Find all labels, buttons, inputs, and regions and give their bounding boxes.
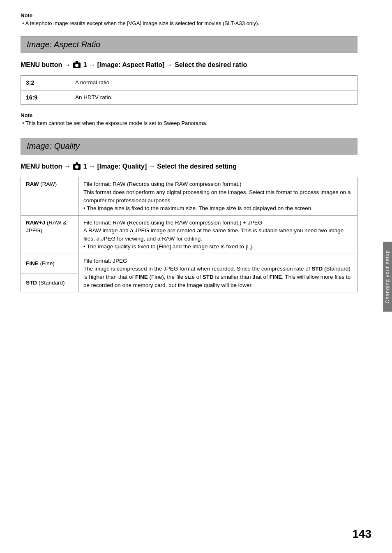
subsection-heading-quality: MENU button → 1 → [Image: Quality] → Sel…	[21, 162, 357, 171]
ratio-32-value: A normal ratio.	[70, 76, 357, 90]
aspect-ratio-table: 3:2 A normal ratio. 16:9 An HDTV ratio.	[21, 75, 357, 105]
table-row: 3:2 A normal ratio.	[21, 76, 357, 90]
quality-menu-path-label: MENU button →	[21, 163, 72, 170]
fine-std-shared-value: File format: JPEG The image is compresse…	[78, 254, 357, 292]
fine-key: FINE (Fine)	[21, 254, 78, 273]
menu-path-label: MENU button →	[21, 61, 72, 68]
section-header-aspect-ratio: Image: Aspect Ratio	[21, 36, 357, 53]
rawj-bold: RAW+J	[26, 220, 45, 226]
table-row: FINE (Fine) File format: JPEG The image …	[21, 254, 357, 273]
quality-table: RAW (RAW) File format: RAW (Records usin…	[21, 177, 357, 292]
fine-bold-inline: FINE	[135, 274, 148, 280]
top-note-section: Note • A telephoto image results except …	[21, 12, 357, 26]
subsection-heading-aspect-ratio: MENU button → 1 → [Image: Aspect Ratio] …	[21, 60, 357, 69]
menu-path-2-label: 1 → [Image: Aspect Ratio] → Select the d…	[81, 61, 247, 68]
rawj-key: RAW+J (RAW &JPEG)	[21, 215, 78, 254]
top-note-text: • A telephoto image results except when …	[21, 20, 357, 26]
table-row: RAW (RAW) File format: RAW (Records usin…	[21, 177, 357, 215]
std-key: STD (Standard)	[21, 273, 78, 292]
ratio-169-value: An HDTV ratio.	[70, 90, 357, 104]
table-row: 16:9 An HDTV ratio.	[21, 90, 357, 104]
section-image-quality: Image: Quality MENU button → 1 → [Image:…	[21, 138, 357, 292]
std-bold-inline2: STD	[203, 274, 214, 280]
top-note-label: Note	[21, 12, 357, 19]
fine-bold: FINE	[26, 260, 39, 266]
fine-bold-inline2: FINE	[269, 274, 282, 280]
raw-value: File format: RAW (Records using the RAW …	[78, 177, 357, 215]
camera-icon-2	[73, 164, 81, 170]
rawj-value: File format: RAW (Records using the RAW …	[78, 215, 357, 254]
std-bold-inline: STD	[311, 266, 323, 272]
std-bold: STD	[26, 280, 37, 286]
aspect-ratio-note-label: Note	[21, 112, 357, 118]
sidebar-tab: Changing your setup	[383, 242, 392, 312]
aspect-ratio-note-text: • This item cannot be set when the expos…	[21, 120, 357, 126]
ratio-169-key: 16:9	[21, 90, 70, 104]
fine-normal: (Fine)	[39, 260, 55, 266]
aspect-ratio-note: Note • This item cannot be set when the …	[21, 112, 357, 126]
table-row: RAW+J (RAW &JPEG) File format: RAW (Reco…	[21, 215, 357, 254]
raw-bold: RAW	[26, 181, 39, 187]
raw-key: RAW (RAW)	[21, 177, 78, 215]
quality-menu-path-2-label: 1 → [Image: Quality] → Select the desire…	[81, 163, 237, 170]
ratio-32-key: 3:2	[21, 76, 70, 90]
section-header-quality: Image: Quality	[21, 138, 357, 155]
raw-normal: (RAW)	[39, 181, 57, 187]
section-aspect-ratio: Image: Aspect Ratio MENU button → 1 → [I…	[21, 36, 357, 126]
page-number: 143	[352, 528, 371, 541]
camera-icon-1	[73, 62, 81, 68]
std-normal: (Standard)	[37, 280, 65, 286]
